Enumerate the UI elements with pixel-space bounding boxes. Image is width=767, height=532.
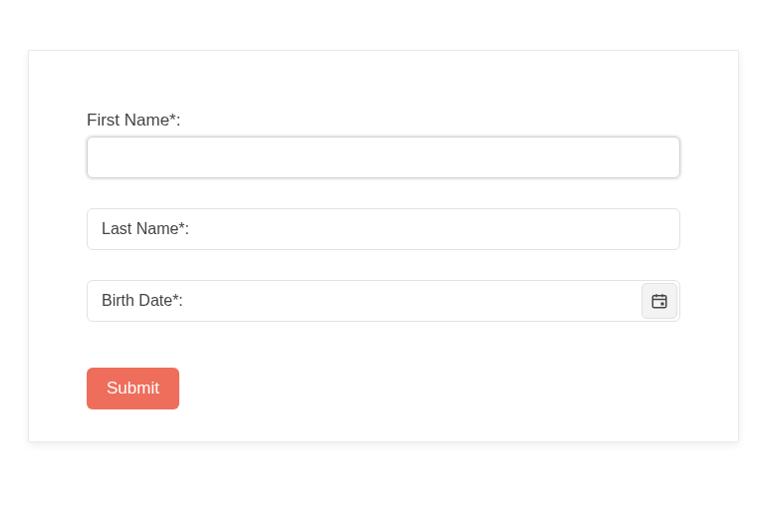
birth-date-group: [87, 280, 680, 322]
birth-date-wrap: [87, 280, 680, 322]
calendar-icon: [650, 292, 668, 310]
last-name-input[interactable]: [87, 208, 680, 250]
first-name-label: First Name*:: [87, 111, 680, 131]
form-card: First Name*: Submit: [28, 50, 739, 442]
last-name-group: [87, 208, 680, 250]
svg-rect-4: [661, 303, 664, 306]
submit-button[interactable]: Submit: [87, 368, 179, 409]
first-name-group: First Name*:: [87, 111, 680, 178]
calendar-button[interactable]: [641, 283, 677, 319]
svg-rect-0: [652, 296, 666, 308]
birth-date-input[interactable]: [87, 280, 680, 322]
first-name-input[interactable]: [87, 136, 680, 178]
